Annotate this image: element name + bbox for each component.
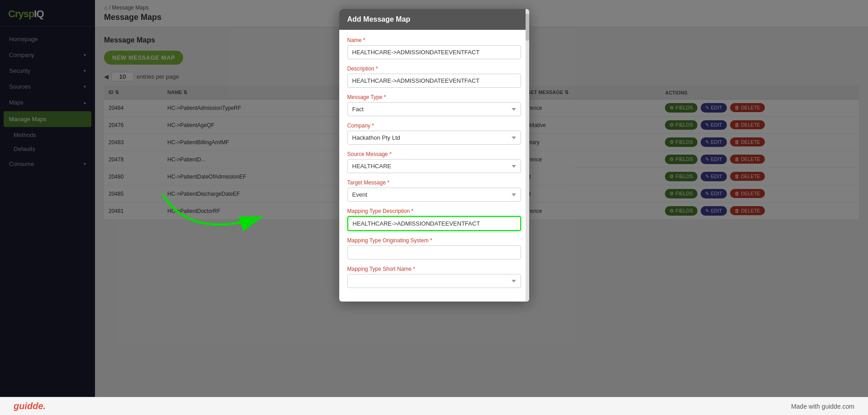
mapping-orig-input[interactable] xyxy=(347,245,521,259)
mapping-orig-group: Mapping Type Originating System * xyxy=(347,237,521,259)
arrow-annotation xyxy=(154,190,280,246)
target-message-label: Target Message * xyxy=(347,179,521,186)
mapping-orig-label: Mapping Type Originating System * xyxy=(347,237,521,244)
mapping-short-select[interactable] xyxy=(347,274,521,288)
footer-tagline: Made with guidde.com xyxy=(791,403,854,410)
company-label: Company * xyxy=(347,123,521,129)
message-type-select[interactable]: Fact xyxy=(347,102,521,116)
mapping-desc-group: Mapping Type Description * xyxy=(347,208,521,231)
message-type-group: Message Type * Fact xyxy=(347,94,521,116)
modal-overlay: Add Message Map Name * Description * Mes… xyxy=(0,0,868,397)
mapping-desc-input[interactable] xyxy=(347,216,521,231)
source-message-select[interactable]: HEALTHCARE xyxy=(347,159,521,173)
company-select[interactable]: Hackathon Pty Ltd xyxy=(347,131,521,145)
modal-header: Add Message Map xyxy=(339,9,529,30)
modal-body: Name * Description * Message Type * Fact… xyxy=(339,30,529,302)
mapping-short-group: Mapping Type Short Name * xyxy=(347,266,521,288)
company-group: Company * Hackathon Pty Ltd xyxy=(347,123,521,145)
target-message-select[interactable]: Event xyxy=(347,188,521,202)
description-group: Description * xyxy=(347,66,521,88)
scroll-thumb xyxy=(526,14,529,41)
name-input[interactable] xyxy=(347,45,521,59)
message-type-label: Message Type * xyxy=(347,94,521,100)
source-message-label: Source Message * xyxy=(347,151,521,157)
source-message-group: Source Message * HEALTHCARE xyxy=(347,151,521,173)
description-input[interactable] xyxy=(347,74,521,88)
footer: guidde. Made with guidde.com xyxy=(0,397,868,415)
mapping-desc-label: Mapping Type Description * xyxy=(347,208,521,214)
add-message-map-modal: Add Message Map Name * Description * Mes… xyxy=(339,9,529,302)
description-label: Description * xyxy=(347,66,521,72)
footer-logo: guidde. xyxy=(14,401,46,411)
scrollbar xyxy=(526,9,529,302)
name-group: Name * xyxy=(347,37,521,59)
mapping-short-label: Mapping Type Short Name * xyxy=(347,266,521,272)
name-label: Name * xyxy=(347,37,521,43)
target-message-group: Target Message * Event xyxy=(347,179,521,202)
